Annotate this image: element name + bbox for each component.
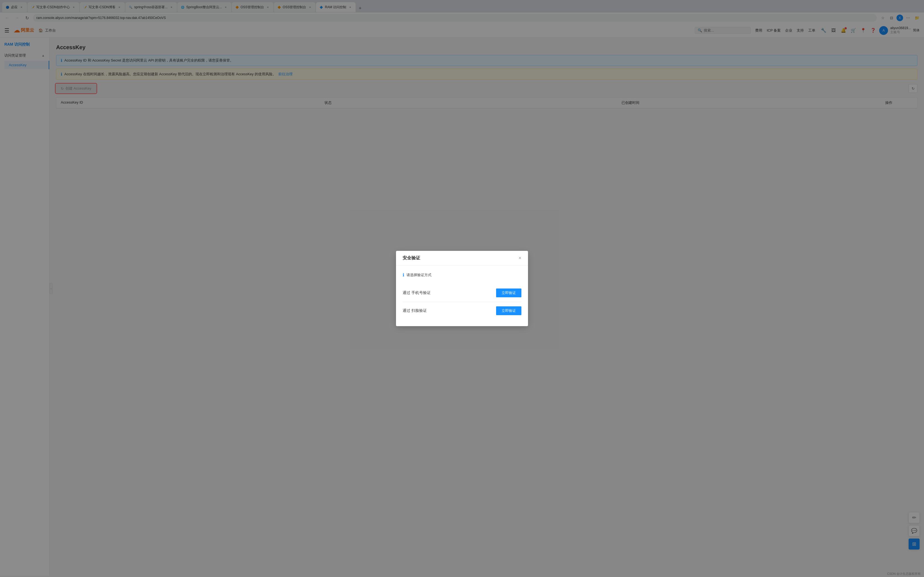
verify-scan-button[interactable]: 立即验证 <box>496 306 522 315</box>
dialog-body: ℹ 请选择验证方式 通过 手机号验证 立即验证 通过 扫脸验证 立即验证 <box>396 266 528 326</box>
modal-overlay[interactable]: 安全验证 × ℹ 请选择验证方式 通过 手机号验证 立即验证 通过 扫脸验证 立… <box>0 0 924 575</box>
dialog-info-text: 请选择验证方式 <box>407 272 431 277</box>
dialog-title: 安全验证 <box>402 255 420 261</box>
verify-phone-row: 通过 手机号验证 立即验证 <box>402 284 522 302</box>
dialog-header: 安全验证 × <box>396 251 528 266</box>
dialog-info: ℹ 请选择验证方式 <box>402 272 522 277</box>
security-dialog: 安全验证 × ℹ 请选择验证方式 通过 手机号验证 立即验证 通过 扫脸验证 立… <box>396 251 528 326</box>
verify-phone-label: 通过 手机号验证 <box>402 290 431 295</box>
dialog-info-icon: ℹ <box>402 272 404 277</box>
verify-phone-button[interactable]: 立即验证 <box>496 288 522 297</box>
dialog-close-button[interactable]: × <box>519 255 522 261</box>
verify-scan-label: 通过 扫脸验证 <box>402 308 427 313</box>
verify-scan-row: 通过 扫脸验证 立即验证 <box>402 302 522 319</box>
